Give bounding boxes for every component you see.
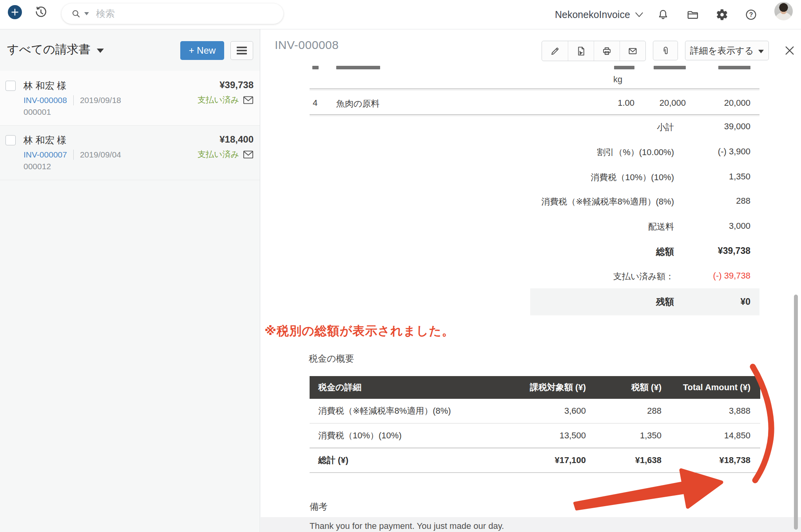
summary-value: (-) 3,900 <box>718 147 750 157</box>
org-chevron-down-icon[interactable] <box>634 11 644 18</box>
search-scope-caret-icon[interactable] <box>84 12 89 15</box>
svg-text:?: ? <box>749 11 753 18</box>
search-input[interactable] <box>95 8 275 20</box>
total-value: ¥39,738 <box>718 246 750 256</box>
invoice-amount: ¥18,400 <box>219 134 254 145</box>
plus-icon <box>10 7 20 17</box>
tax-taxable: 3,600 <box>564 399 586 423</box>
invoice-number-link[interactable]: INV-000008 <box>24 96 67 105</box>
scrollbar-thumb[interactable] <box>794 295 798 530</box>
org-name[interactable]: NekonekoInvoice <box>555 0 630 29</box>
sidebar-header: すべての請求書 + New <box>0 29 260 71</box>
clipped-row-fragment <box>718 66 750 69</box>
tax-total: 14,850 <box>724 423 750 448</box>
tax-name: 消費税（10%）(10%) <box>318 423 402 448</box>
clipped-row-fragment <box>614 66 634 69</box>
total-label: 総額 <box>656 246 674 258</box>
invoice-checkbox[interactable] <box>5 81 16 91</box>
show-details-label: 詳細を表示する <box>690 45 754 57</box>
tax-taxable: ¥17,100 <box>555 448 586 472</box>
new-invoice-label: + New <box>189 45 216 56</box>
invoice-list-item[interactable]: 林 和宏 様 ¥39,738 INV-000008 2019/09/18 支払い… <box>0 71 260 126</box>
detail-header: INV-000008 <box>261 29 801 65</box>
pencil-icon <box>550 46 560 56</box>
status-badge: 支払い済み <box>198 94 239 105</box>
summary-row: 小計 39,000 <box>261 121 801 135</box>
user-avatar[interactable] <box>774 2 793 20</box>
summary-label: 消費税（※軽減税率8%適用）(8%) <box>541 196 674 208</box>
notes-text: Thank you for the payment. You just made… <box>310 521 504 531</box>
documents-button[interactable] <box>685 7 700 22</box>
table-divider <box>310 89 759 89</box>
summary-label: 小計 <box>657 121 674 133</box>
summary-label: 消費税（10%）(10%) <box>591 172 674 183</box>
tax-amount: 288 <box>647 399 661 423</box>
customer-name: 林 和宏 様 <box>24 80 66 92</box>
summary-value: 288 <box>736 196 750 206</box>
paperclip-icon <box>660 45 671 56</box>
quick-create-button[interactable] <box>8 5 22 19</box>
clipped-row-fragment <box>312 66 319 69</box>
app-window: NekonekoInvoice <box>0 0 801 532</box>
invoice-checkbox[interactable] <box>5 135 16 145</box>
show-details-button[interactable]: 詳細を表示する <box>685 41 769 60</box>
list-filter-label: すべての請求書 <box>7 42 91 58</box>
invoice-date: 2019/09/18 <box>80 96 121 105</box>
clipped-row-fragment <box>654 66 686 69</box>
new-invoice-button[interactable]: + New <box>180 41 224 60</box>
balance-due-row: 残額 ¥0 <box>530 288 759 315</box>
divider <box>73 95 74 105</box>
tax-total: 3,888 <box>729 399 750 423</box>
annotation-text: ※税別の総額が表示されました。 <box>265 323 454 339</box>
summary-value: 1,350 <box>729 172 750 182</box>
settings-button[interactable] <box>714 7 730 22</box>
help-button[interactable]: ? <box>743 7 759 22</box>
paid-value: (-) 39,738 <box>713 271 750 281</box>
sent-envelope-icon <box>243 96 254 104</box>
invoice-title: INV-000008 <box>275 38 339 52</box>
attachments-button[interactable] <box>653 41 678 60</box>
invoice-number-link[interactable]: INV-000007 <box>24 150 67 159</box>
invoice-detail-panel: kg 4 魚肉の原料 1.00 20,000 20,000 小計 39,000 … <box>261 29 801 532</box>
list-options-button[interactable] <box>230 41 253 60</box>
close-detail-button[interactable] <box>781 42 798 59</box>
line-item-rate: 20,000 <box>660 98 686 108</box>
recent-history-button[interactable] <box>34 5 48 19</box>
edit-button[interactable] <box>542 41 568 61</box>
pdf-button[interactable] <box>568 41 594 61</box>
global-search[interactable] <box>62 4 283 24</box>
search-icon <box>71 9 81 19</box>
tax-name: 消費税（※軽減税率8%適用）(8%) <box>318 399 451 423</box>
summary-row: 消費税（10%）(10%) 1,350 <box>261 172 801 185</box>
tax-col-detail: 税金の詳細 <box>318 376 362 399</box>
printer-icon <box>602 46 612 56</box>
notes-heading: 備考 <box>310 501 328 513</box>
tax-total: ¥18,738 <box>719 448 750 472</box>
gear-icon <box>716 8 729 21</box>
notifications-button[interactable] <box>655 7 671 22</box>
tax-grand-total-row: 総計 (¥) ¥17,100 ¥1,638 ¥18,738 <box>310 448 760 473</box>
invoice-reference: 000001 <box>24 107 51 117</box>
line-item-amount: 20,000 <box>724 98 750 108</box>
sent-envelope-icon <box>243 150 254 159</box>
invoice-amount: ¥39,738 <box>219 80 254 90</box>
invoice-list-item[interactable]: 林 和宏 様 ¥18,400 INV-000007 2019/09/04 支払い… <box>0 125 260 180</box>
tax-col-tax: 税額 (¥) <box>631 376 661 399</box>
summary-row: 消費税（※軽減税率8%適用）(8%) 288 <box>261 196 801 209</box>
line-item-row: 4 魚肉の原料 1.00 20,000 20,000 <box>261 92 801 114</box>
customer-name: 林 和宏 様 <box>24 134 66 147</box>
print-button[interactable] <box>594 41 620 61</box>
summary-row: 配送料 3,000 <box>261 221 801 234</box>
tax-row: 消費税（10%）(10%) 13,500 1,350 14,850 <box>310 423 760 448</box>
summary-label: 配送料 <box>648 221 674 233</box>
email-button[interactable] <box>620 41 645 61</box>
details-caret-icon <box>758 50 764 53</box>
paid-label: 支払い済み額： <box>613 271 674 282</box>
tax-row: 消費税（※軽減税率8%適用）(8%) 3,600 288 3,888 <box>310 399 760 423</box>
list-filter-dropdown[interactable]: すべての請求書 <box>7 42 104 58</box>
summary-row: 割引（%）(10.00%) (-) 3,900 <box>261 147 801 160</box>
table-divider <box>310 90 759 90</box>
tax-summary-table: 税金の詳細 課税対象額 (¥) 税額 (¥) Total Amount (¥) … <box>310 376 760 473</box>
tax-amount: ¥1,638 <box>635 448 661 472</box>
tax-col-taxable: 課税対象額 (¥) <box>530 376 586 399</box>
